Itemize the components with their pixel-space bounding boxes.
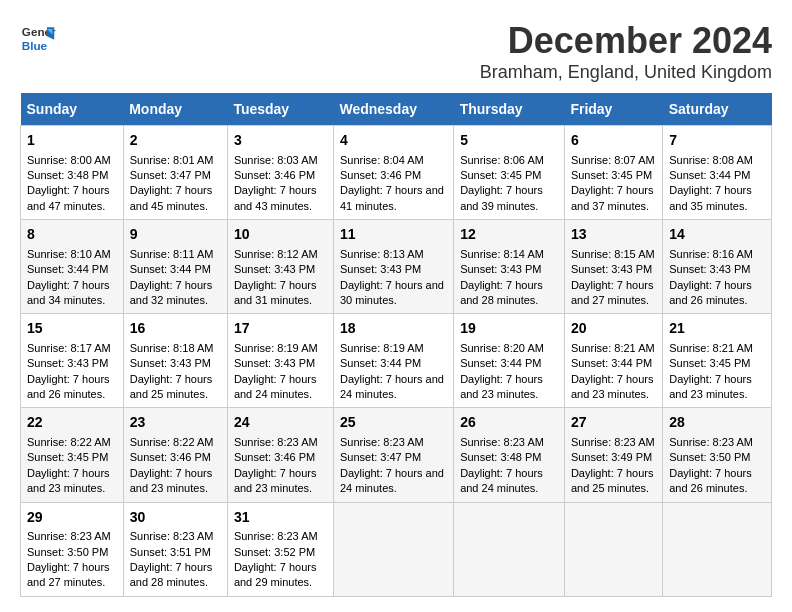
- sunset-text: Sunset: 3:45 PM: [669, 357, 750, 369]
- calendar-cell: [333, 502, 453, 596]
- day-number: 22: [27, 413, 117, 433]
- sunrise-text: Sunrise: 8:11 AM: [130, 248, 214, 260]
- sunrise-text: Sunrise: 8:15 AM: [571, 248, 655, 260]
- page-title: December 2024: [480, 20, 772, 62]
- calendar-cell: [564, 502, 662, 596]
- daylight-text: Daylight: 7 hours and 24 minutes.: [460, 467, 543, 494]
- daylight-text: Daylight: 7 hours and 23 minutes.: [130, 467, 213, 494]
- day-number: 1: [27, 131, 117, 151]
- daylight-text: Daylight: 7 hours and 23 minutes.: [234, 467, 317, 494]
- sunrise-text: Sunrise: 8:19 AM: [340, 342, 424, 354]
- day-number: 30: [130, 508, 221, 528]
- daylight-text: Daylight: 7 hours and 32 minutes.: [130, 279, 213, 306]
- sunrise-text: Sunrise: 8:10 AM: [27, 248, 111, 260]
- daylight-text: Daylight: 7 hours and 28 minutes.: [460, 279, 543, 306]
- day-number: 4: [340, 131, 447, 151]
- calendar-cell: 19Sunrise: 8:20 AMSunset: 3:44 PMDayligh…: [454, 314, 565, 408]
- daylight-text: Daylight: 7 hours and 39 minutes.: [460, 184, 543, 211]
- calendar-cell: 12Sunrise: 8:14 AMSunset: 3:43 PMDayligh…: [454, 220, 565, 314]
- logo-icon: General Blue: [20, 20, 56, 56]
- calendar-week-row: 8Sunrise: 8:10 AMSunset: 3:44 PMDaylight…: [21, 220, 772, 314]
- day-number: 7: [669, 131, 765, 151]
- day-number: 15: [27, 319, 117, 339]
- calendar-cell: 2Sunrise: 8:01 AMSunset: 3:47 PMDaylight…: [123, 126, 227, 220]
- sunset-text: Sunset: 3:48 PM: [460, 451, 541, 463]
- header-cell-monday: Monday: [123, 93, 227, 126]
- calendar-cell: 27Sunrise: 8:23 AMSunset: 3:49 PMDayligh…: [564, 408, 662, 502]
- calendar-cell: [454, 502, 565, 596]
- sunset-text: Sunset: 3:44 PM: [669, 169, 750, 181]
- daylight-text: Daylight: 7 hours and 45 minutes.: [130, 184, 213, 211]
- calendar-cell: 26Sunrise: 8:23 AMSunset: 3:48 PMDayligh…: [454, 408, 565, 502]
- calendar-cell: 9Sunrise: 8:11 AMSunset: 3:44 PMDaylight…: [123, 220, 227, 314]
- sunrise-text: Sunrise: 8:20 AM: [460, 342, 544, 354]
- daylight-text: Daylight: 7 hours and 26 minutes.: [669, 467, 752, 494]
- calendar-cell: 14Sunrise: 8:16 AMSunset: 3:43 PMDayligh…: [663, 220, 772, 314]
- day-number: 2: [130, 131, 221, 151]
- header-cell-wednesday: Wednesday: [333, 93, 453, 126]
- sunrise-text: Sunrise: 8:21 AM: [571, 342, 655, 354]
- daylight-text: Daylight: 7 hours and 23 minutes.: [669, 373, 752, 400]
- calendar-cell: 8Sunrise: 8:10 AMSunset: 3:44 PMDaylight…: [21, 220, 124, 314]
- day-number: 11: [340, 225, 447, 245]
- calendar-cell: 15Sunrise: 8:17 AMSunset: 3:43 PMDayligh…: [21, 314, 124, 408]
- daylight-text: Daylight: 7 hours and 34 minutes.: [27, 279, 110, 306]
- calendar-week-row: 22Sunrise: 8:22 AMSunset: 3:45 PMDayligh…: [21, 408, 772, 502]
- sunrise-text: Sunrise: 8:18 AM: [130, 342, 214, 354]
- sunset-text: Sunset: 3:51 PM: [130, 546, 211, 558]
- sunset-text: Sunset: 3:48 PM: [27, 169, 108, 181]
- sunset-text: Sunset: 3:44 PM: [571, 357, 652, 369]
- sunset-text: Sunset: 3:49 PM: [571, 451, 652, 463]
- sunset-text: Sunset: 3:43 PM: [130, 357, 211, 369]
- daylight-text: Daylight: 7 hours and 35 minutes.: [669, 184, 752, 211]
- title-area: December 2024 Bramham, England, United K…: [480, 20, 772, 83]
- page-subtitle: Bramham, England, United Kingdom: [480, 62, 772, 83]
- sunset-text: Sunset: 3:50 PM: [27, 546, 108, 558]
- sunset-text: Sunset: 3:44 PM: [27, 263, 108, 275]
- sunset-text: Sunset: 3:46 PM: [130, 451, 211, 463]
- calendar-cell: [663, 502, 772, 596]
- sunrise-text: Sunrise: 8:23 AM: [130, 530, 214, 542]
- sunrise-text: Sunrise: 8:23 AM: [340, 436, 424, 448]
- day-number: 6: [571, 131, 656, 151]
- calendar-cell: 18Sunrise: 8:19 AMSunset: 3:44 PMDayligh…: [333, 314, 453, 408]
- sunset-text: Sunset: 3:47 PM: [130, 169, 211, 181]
- calendar-cell: 3Sunrise: 8:03 AMSunset: 3:46 PMDaylight…: [227, 126, 333, 220]
- sunrise-text: Sunrise: 8:23 AM: [460, 436, 544, 448]
- calendar-cell: 30Sunrise: 8:23 AMSunset: 3:51 PMDayligh…: [123, 502, 227, 596]
- calendar-cell: 17Sunrise: 8:19 AMSunset: 3:43 PMDayligh…: [227, 314, 333, 408]
- daylight-text: Daylight: 7 hours and 31 minutes.: [234, 279, 317, 306]
- sunset-text: Sunset: 3:45 PM: [460, 169, 541, 181]
- sunset-text: Sunset: 3:47 PM: [340, 451, 421, 463]
- sunrise-text: Sunrise: 8:16 AM: [669, 248, 753, 260]
- sunset-text: Sunset: 3:43 PM: [234, 263, 315, 275]
- day-number: 9: [130, 225, 221, 245]
- daylight-text: Daylight: 7 hours and 24 minutes.: [340, 373, 444, 400]
- sunset-text: Sunset: 3:52 PM: [234, 546, 315, 558]
- sunset-text: Sunset: 3:43 PM: [571, 263, 652, 275]
- day-number: 19: [460, 319, 558, 339]
- sunset-text: Sunset: 3:46 PM: [234, 169, 315, 181]
- daylight-text: Daylight: 7 hours and 41 minutes.: [340, 184, 444, 211]
- daylight-text: Daylight: 7 hours and 37 minutes.: [571, 184, 654, 211]
- sunrise-text: Sunrise: 8:03 AM: [234, 154, 318, 166]
- sunset-text: Sunset: 3:45 PM: [27, 451, 108, 463]
- header-cell-saturday: Saturday: [663, 93, 772, 126]
- sunset-text: Sunset: 3:44 PM: [130, 263, 211, 275]
- sunrise-text: Sunrise: 8:14 AM: [460, 248, 544, 260]
- day-number: 17: [234, 319, 327, 339]
- calendar-week-row: 1Sunrise: 8:00 AMSunset: 3:48 PMDaylight…: [21, 126, 772, 220]
- calendar-cell: 5Sunrise: 8:06 AMSunset: 3:45 PMDaylight…: [454, 126, 565, 220]
- header-row: SundayMondayTuesdayWednesdayThursdayFrid…: [21, 93, 772, 126]
- header-cell-friday: Friday: [564, 93, 662, 126]
- calendar-cell: 29Sunrise: 8:23 AMSunset: 3:50 PMDayligh…: [21, 502, 124, 596]
- logo: General Blue: [20, 20, 56, 56]
- sunrise-text: Sunrise: 8:22 AM: [130, 436, 214, 448]
- calendar-cell: 7Sunrise: 8:08 AMSunset: 3:44 PMDaylight…: [663, 126, 772, 220]
- sunrise-text: Sunrise: 8:23 AM: [571, 436, 655, 448]
- day-number: 29: [27, 508, 117, 528]
- daylight-text: Daylight: 7 hours and 43 minutes.: [234, 184, 317, 211]
- day-number: 20: [571, 319, 656, 339]
- sunrise-text: Sunrise: 8:00 AM: [27, 154, 111, 166]
- sunrise-text: Sunrise: 8:08 AM: [669, 154, 753, 166]
